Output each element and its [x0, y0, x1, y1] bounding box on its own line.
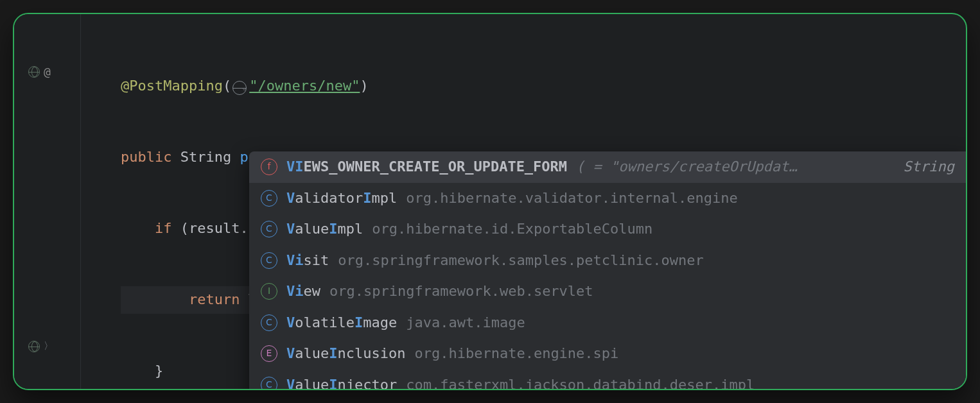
item-detail: org.springframework.samples.petclinic.ow… [338, 250, 954, 271]
item-type: String [891, 156, 954, 178]
item-detail: org.hibernate.validator.internal.engine [406, 187, 954, 209]
item-detail: java.awt.image [406, 312, 954, 334]
item-detail: org.hibernate.id.ExportableColumn [372, 218, 954, 240]
class-icon: C [261, 221, 277, 237]
autocomplete-popup[interactable]: f VIEWS_OWNER_CREATE_OR_UPDATE_FORM ( = … [249, 151, 966, 390]
chevron-down-icon: ⌄ [242, 83, 246, 93]
web-endpoint-icon [28, 66, 40, 78]
code-line: @PostMapping(⌄"/owners/new") [121, 72, 966, 99]
item-detail: ( = "owners/createOrUpdat… [576, 156, 881, 178]
item-name: ValidatorImpl [286, 187, 397, 209]
interface-icon: I [261, 283, 277, 300]
autocomplete-item[interactable]: f VIEWS_OWNER_CREATE_OR_UPDATE_FORM ( = … [249, 151, 966, 183]
autocomplete-item[interactable]: C VolatileImage java.awt.image [249, 307, 966, 339]
item-name: ValueInjector [286, 374, 397, 390]
item-name: VolatileImage [286, 312, 397, 334]
field-icon: f [261, 159, 277, 175]
autocomplete-item[interactable]: C ValueImpl org.hibernate.id.ExportableC… [249, 214, 966, 245]
annotation: @PostMapping [121, 75, 223, 97]
gutter-marker-row2[interactable]: 〉 [28, 339, 53, 354]
autocomplete-item[interactable]: I View org.springframework.web.servlet [249, 276, 966, 307]
string-literal: "/owners/new" [249, 75, 360, 97]
autocomplete-item[interactable]: C Visit org.springframework.samples.petc… [249, 245, 966, 277]
editor-window: @ 〉 @PostMapping(⌄"/owners/new") public … [13, 13, 967, 390]
item-detail: org.springframework.web.servlet [329, 280, 954, 302]
item-detail: org.hibernate.engine.spi [414, 343, 954, 364]
item-name: ValueImpl [286, 218, 363, 240]
item-name: View [286, 280, 320, 302]
class-icon: C [261, 252, 277, 269]
item-name: ValueInclusion [286, 343, 405, 364]
autocomplete-item[interactable]: E ValueInclusion org.hibernate.engine.sp… [249, 338, 966, 370]
item-name: Visit [286, 250, 329, 271]
globe-icon[interactable]: ⌄ [232, 81, 247, 95]
enum-icon: E [261, 345, 277, 362]
class-icon: C [261, 377, 277, 390]
item-name: VIEWS_OWNER_CREATE_OR_UPDATE_FORM [286, 156, 567, 178]
autocomplete-item[interactable]: C ValidatorImpl org.hibernate.validator.… [249, 183, 966, 214]
gutter-marker-row1[interactable]: @ [28, 63, 51, 81]
annotation-icon: @ [44, 63, 51, 81]
item-detail: com.fasterxml.jackson.databind.deser.imp… [406, 374, 954, 390]
web-endpoint-icon [28, 341, 40, 352]
autocomplete-item[interactable]: C ValueInjector com.fasterxml.jackson.da… [249, 370, 966, 391]
chevron-right-icon: 〉 [44, 339, 53, 354]
class-icon: C [261, 314, 277, 331]
class-icon: C [261, 190, 277, 207]
gutter: @ 〉 [14, 14, 81, 389]
